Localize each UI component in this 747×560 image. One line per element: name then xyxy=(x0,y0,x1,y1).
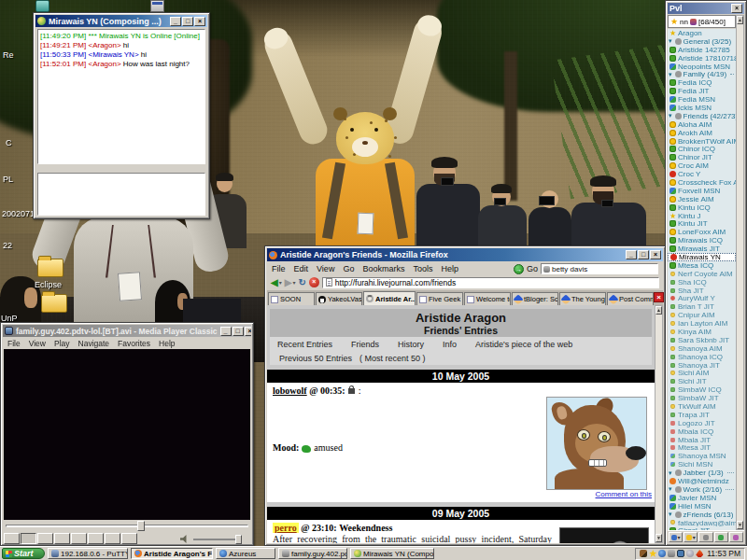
close-tab-button[interactable]: × xyxy=(654,292,664,302)
status-mode-icon[interactable] xyxy=(690,19,697,25)
contact-row[interactable]: Aristide 17810718 xyxy=(668,54,736,63)
sound-button[interactable] xyxy=(698,532,712,542)
contact-row[interactable]: Shanoya ICQ xyxy=(668,353,736,361)
previous-entries-link[interactable]: Previous 50 Entries xyxy=(279,354,352,363)
contact-row[interactable]: BrokkenTWolf AIM xyxy=(668,137,736,146)
mpc-titlebar[interactable]: family.guy.402.pdtv-lol.[BT].avi - Media… xyxy=(3,325,251,337)
back-dropdown-icon[interactable]: ▾ xyxy=(279,279,282,286)
desktop-app-icon[interactable] xyxy=(150,0,164,12)
contact-row[interactable]: zFriends (6/13) xyxy=(668,511,736,519)
go-button[interactable]: Go xyxy=(527,264,538,273)
comment-link[interactable]: Comment on this xyxy=(596,490,652,498)
scroll-down-button[interactable]: ▼ xyxy=(655,534,662,542)
username-link[interactable]: perro xyxy=(273,523,299,533)
azureus-tray-icon[interactable] xyxy=(658,550,666,557)
contact-row[interactable]: SimbaW JIT xyxy=(668,394,736,402)
skip-forward[interactable] xyxy=(105,533,120,544)
buddy-list-titlebar[interactable]: Pvl × xyxy=(668,3,744,14)
contact-list[interactable]: Aragon General (3/25) Aristide 142785 Ar… xyxy=(668,29,736,530)
browser-tab[interactable]: YakeoLVascii... xyxy=(316,292,362,305)
volume-slider[interactable] xyxy=(193,539,242,540)
taskbar-button[interactable]: 192.168.0.6 - PuTTY xyxy=(48,548,128,559)
back-button[interactable]: ◀ xyxy=(271,278,278,287)
close-button[interactable]: × xyxy=(194,17,205,26)
contact-row[interactable]: Mirawais JIT xyxy=(668,245,736,253)
contact-row[interactable]: Logozo JIT xyxy=(668,419,736,427)
favorites-button[interactable]: ▾ xyxy=(684,532,698,542)
page-scrollbar[interactable]: ▲ ▼ xyxy=(655,305,663,543)
contact-row[interactable]: Shanoya MSN xyxy=(668,452,736,460)
contact-row[interactable]: Arokh AIM xyxy=(668,129,736,137)
lj-nav-website[interactable]: Aristide's piece of the web xyxy=(475,340,572,349)
contact-row[interactable]: Sichi MSN xyxy=(668,460,736,469)
recycle-bin-icon[interactable] xyxy=(35,0,49,12)
scroll-down-button[interactable]: ▼ xyxy=(737,521,743,529)
url-bar[interactable]: http://furahi.livejournal.com/friends xyxy=(322,277,659,288)
desktop-icon-label[interactable]: C xyxy=(6,138,12,147)
chat-input-area[interactable] xyxy=(37,173,205,216)
desktop-icon-label[interactable]: PL xyxy=(3,175,13,184)
menu-item[interactable]: Help xyxy=(159,339,175,348)
menu-item[interactable]: View xyxy=(29,339,46,348)
maximize-button[interactable]: □ xyxy=(638,250,649,259)
contact-row[interactable]: Aloha AIM xyxy=(668,120,736,129)
menu-item[interactable]: Edit xyxy=(294,264,309,273)
contact-row[interactable]: Kintu JIT xyxy=(668,219,736,228)
contact-row[interactable]: AuryWulf Y xyxy=(668,295,736,303)
contact-row[interactable]: Kintu J xyxy=(668,212,736,220)
contact-row[interactable]: Foxvell MSN xyxy=(668,187,736,195)
contact-row[interactable]: Fedia JIT xyxy=(668,87,736,95)
menu-item[interactable]: Play xyxy=(54,339,70,348)
contact-row[interactable]: Mtesa JIT xyxy=(668,444,736,453)
contact-row[interactable]: Sha ICQ xyxy=(668,278,736,287)
contact-row[interactable]: Jessie AIM xyxy=(668,195,736,203)
maximize-button[interactable]: □ xyxy=(233,327,244,336)
contact-row[interactable]: TkWulf AIM xyxy=(668,402,736,411)
contact-row[interactable]: Ian Layton AIM xyxy=(668,319,736,328)
contact-row[interactable]: SimbaW ICQ xyxy=(668,385,736,394)
minimize-button[interactable]: _ xyxy=(220,327,232,336)
scroll-up-button[interactable]: ▲ xyxy=(655,306,662,315)
lj-nav-recent[interactable]: Recent Entries xyxy=(277,340,332,349)
folder-icon[interactable] xyxy=(37,259,63,277)
dog-tray-icon[interactable] xyxy=(640,550,647,557)
close-button[interactable]: × xyxy=(245,327,251,336)
contact-row[interactable]: Croc Y xyxy=(668,170,736,178)
menu-item[interactable]: File xyxy=(272,264,286,273)
contact-row[interactable]: Neopoints MSN xyxy=(668,63,736,71)
taskbar-button[interactable]: family.guy.402.pdtv-lol.[...] xyxy=(278,548,347,559)
browser-tab[interactable]: Welcome to ... xyxy=(464,292,511,305)
gear-tray-icon[interactable] xyxy=(668,550,675,557)
options-button[interactable] xyxy=(729,532,743,542)
close-button[interactable]: × xyxy=(650,250,661,259)
contact-row[interactable]: Kintu ICQ xyxy=(668,203,736,212)
play[interactable] xyxy=(4,533,20,544)
lj-nav-info[interactable]: Info xyxy=(443,340,457,349)
contact-row[interactable]: Chinor JIT xyxy=(668,153,736,161)
pause[interactable] xyxy=(21,533,36,544)
contact-row[interactable]: Mbala JIT xyxy=(668,436,736,444)
seek-thumb[interactable] xyxy=(137,521,145,531)
rewind[interactable] xyxy=(71,533,87,544)
globe-tray-icon[interactable] xyxy=(686,550,694,557)
minimize-button[interactable]: _ xyxy=(626,250,637,259)
forward-button[interactable]: ▶ xyxy=(285,278,292,287)
menu-item[interactable]: Bookmarks xyxy=(362,264,404,273)
browser-tab[interactable]: Five Geek So... xyxy=(416,292,463,305)
contact-row[interactable]: Trapa JIT xyxy=(668,411,736,419)
taskbar-button[interactable]: Aristide Aragon's Frie... xyxy=(131,548,213,559)
desktop-icon-label[interactable]: Re xyxy=(3,50,14,60)
contact-row[interactable]: Sha JIT xyxy=(668,287,736,295)
contact-row[interactable]: Mbala ICQ xyxy=(668,427,736,436)
star-tray-icon[interactable] xyxy=(649,550,656,557)
minimize-button[interactable]: _ xyxy=(170,17,181,26)
lj-nav-friends[interactable]: Friends xyxy=(351,340,379,349)
wolf-cartoon-image[interactable] xyxy=(546,397,647,490)
desktop-icon-label[interactable]: Eclipse xyxy=(35,280,62,289)
volume-thumb[interactable] xyxy=(235,535,242,544)
menu-item[interactable]: Favorites xyxy=(118,339,150,348)
contact-row[interactable]: Javier MSN xyxy=(668,494,736,502)
contact-row[interactable]: Mirawais YN xyxy=(668,253,736,261)
reload-button[interactable]: ↻ xyxy=(298,277,305,287)
contact-row[interactable]: Hilel MSN xyxy=(668,502,736,511)
